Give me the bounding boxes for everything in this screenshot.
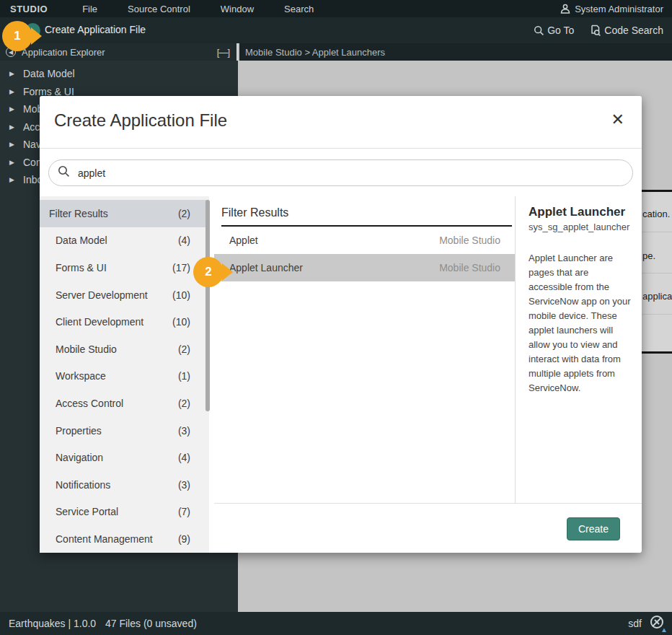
chevron-right-icon[interactable]: ▶ [9, 88, 17, 95]
file-count: 47 Files (0 unsaved) [105, 618, 197, 629]
category-count: (10) [172, 289, 190, 301]
category-client-development[interactable]: Client Development (10) [40, 308, 209, 336]
category-notifications[interactable]: Notifications (3) [40, 471, 209, 499]
code-search-label: Code Search [604, 25, 663, 36]
chevron-right-icon[interactable]: ▶ [9, 70, 17, 77]
create-application-file-button[interactable]: Create Application File [45, 24, 146, 35]
go-to-label: Go To [547, 25, 574, 36]
callout-badge-2: 2 [193, 257, 224, 287]
code-search-icon [590, 25, 601, 36]
status-bar: Earthquakes | 1.0.0 47 Files (0 unsaved)… [0, 612, 672, 635]
background-text-fragment: cation. [642, 209, 670, 219]
category-properties[interactable]: Properties (3) [40, 417, 209, 444]
tree-item-data-model[interactable]: ▶ Data Model [0, 65, 238, 83]
menu-window[interactable]: Window [221, 4, 254, 14]
background-text-fragment: applica [642, 291, 672, 302]
tab-applet-launchers[interactable]: Mobile Studio > Applet Launchers [245, 47, 385, 58]
application-explorer-header: ◀ Application Explorer [—] [0, 43, 238, 61]
category-count: (1) [178, 370, 190, 382]
category-count: (2) [178, 208, 190, 219]
results-heading: Filter Results [221, 206, 512, 227]
results-panel: Filter Results Applet Mobile Studio Appl… [214, 196, 515, 503]
category-forms-ui[interactable]: Forms & UI (17) [40, 254, 209, 281]
search-icon [534, 25, 544, 36]
application-explorer-title: Application Explorer [22, 47, 105, 58]
category-server-development[interactable]: Server Development (10) [40, 281, 209, 309]
search-icon [58, 165, 70, 178]
tab-bar: Mobile Studio > Applet Launchers [239, 43, 672, 61]
category-count: (17) [172, 262, 190, 273]
category-count: (10) [172, 316, 190, 328]
detail-title: Applet Launcher [529, 205, 632, 219]
category-data-model[interactable]: Data Model (4) [40, 227, 209, 255]
category-list: Filter Results (2) Data Model (4) Forms … [40, 200, 209, 553]
chevron-right-icon[interactable]: ▶ [9, 176, 17, 183]
detail-panel: Applet Launcher sys_sg_applet_launcher A… [515, 196, 642, 503]
category-count: (2) [178, 343, 190, 355]
category-count: (4) [178, 235, 190, 246]
menu-bar: STUDIO File Source Control Window Search… [0, 0, 672, 17]
result-category: Mobile Studio [439, 235, 500, 246]
modal-search [48, 159, 633, 186]
detail-description: Applet Launcher are pages that are acces… [529, 251, 632, 395]
chevron-right-icon[interactable]: ▶ [9, 141, 17, 148]
modal-header: Create Application File ✕ [40, 96, 642, 149]
user-name: System Administrator [575, 4, 663, 14]
category-mobile-studio[interactable]: Mobile Studio (2) [40, 336, 209, 363]
category-count: (9) [178, 533, 190, 545]
result-category: Mobile Studio [439, 262, 500, 273]
studio-app: STUDIO File Source Control Window Search… [0, 0, 672, 635]
chevron-right-icon[interactable]: ▶ [9, 123, 17, 131]
result-row-applet-launcher[interactable]: Applet Launcher Mobile Studio [214, 254, 515, 281]
chevron-right-icon[interactable]: ▶ [9, 159, 17, 166]
category-count: (7) [178, 506, 190, 517]
menu-search[interactable]: Search [284, 4, 314, 14]
category-content-management[interactable]: Content Management (9) [40, 525, 209, 553]
search-input[interactable] [48, 159, 633, 186]
app-name-version: Earthquakes | 1.0.0 [9, 618, 96, 629]
chevron-right-icon[interactable]: ▶ [9, 105, 17, 113]
detail-table-name: sys_sg_applet_launcher [529, 222, 632, 232]
modal-title: Create Application File [54, 110, 227, 131]
category-access-control[interactable]: Access Control (2) [40, 390, 209, 417]
category-count: (2) [178, 398, 190, 409]
category-service-portal[interactable]: Service Portal (7) [40, 499, 209, 526]
user-menu[interactable]: System Administrator [560, 4, 663, 14]
studio-brand: STUDIO [10, 4, 48, 14]
close-icon[interactable]: ✕ [611, 112, 624, 128]
background-text-fragment: pe. [642, 250, 655, 261]
publish-status-icon[interactable] [649, 614, 666, 633]
category-filter-results[interactable]: Filter Results (2) [40, 200, 209, 227]
category-count: (4) [178, 452, 190, 463]
category-workspace[interactable]: Workspace (1) [40, 363, 209, 390]
modal-footer-divider [214, 503, 642, 504]
go-to-button[interactable]: Go To [534, 25, 574, 36]
menu-source-control[interactable]: Source Control [128, 4, 190, 14]
category-list-scrollbar[interactable] [205, 200, 210, 411]
callout-badge-1: 1 [2, 21, 32, 51]
person-icon [560, 4, 570, 14]
result-row-applet[interactable]: Applet Mobile Studio [214, 227, 515, 254]
create-button[interactable]: Create [567, 517, 620, 540]
status-user: sdf [628, 618, 642, 629]
category-count: (3) [178, 425, 190, 437]
category-count: (3) [178, 479, 190, 491]
menu-file[interactable]: File [82, 4, 97, 14]
toolbar: Create Application File Go To Code Searc… [0, 17, 672, 43]
category-navigation[interactable]: Navigation (4) [40, 444, 209, 471]
collapse-all-button[interactable]: [—] [217, 47, 229, 58]
create-application-file-modal: Create Application File ✕ Filter Results… [40, 96, 642, 553]
code-search-button[interactable]: Code Search [590, 25, 663, 36]
